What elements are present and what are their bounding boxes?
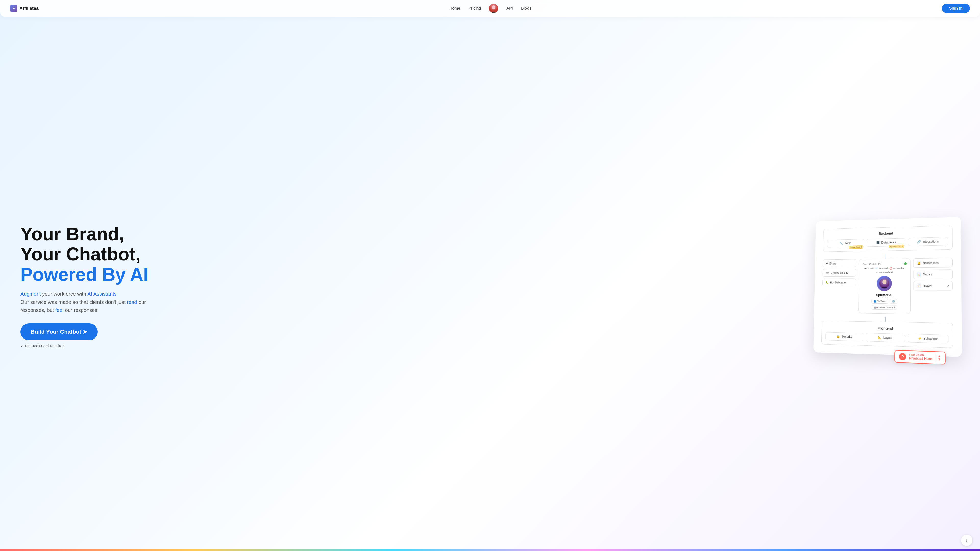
- metrics-label: Metrics: [923, 273, 932, 276]
- logo-label: Affiliates: [19, 6, 39, 11]
- tag-chatgpt: 🤖 ChatGPT 4 Omni: [872, 305, 897, 310]
- subtitle-read: read: [127, 299, 137, 305]
- nav-blogs[interactable]: Blogs: [521, 6, 531, 11]
- navbar: ✦ Affiliates Home Pricing: [0, 0, 980, 17]
- nav-api[interactable]: API: [506, 6, 513, 11]
- no-credit-text: No Credit Card Required: [25, 344, 64, 348]
- bot-status-bar: Query Cost 0 + [A]: [862, 262, 907, 265]
- debugger-icon: 🐛: [825, 281, 829, 284]
- databases-label: Databases: [881, 240, 896, 244]
- connector-line-bottom: [885, 317, 886, 322]
- hero-right: Backend 🔧 Tools Query Cost: 8 🗄️ Databas…: [169, 218, 959, 354]
- bot-flag-no-number: 🚫 No Number: [889, 267, 905, 269]
- frontend-label: Frontend: [826, 325, 948, 332]
- backend-label: Backend: [827, 230, 948, 237]
- subtitle-p2-suffix: our responses: [64, 307, 97, 313]
- title-line1: Your Brand,: [21, 224, 124, 244]
- databases-cost: Query Cost: 5: [889, 245, 904, 248]
- connector-line-top: [886, 254, 886, 259]
- left-actions: ↩ Share </> Embed on Site 🐛 Bot Debugger: [822, 259, 856, 286]
- frontend-security[interactable]: 🔒 Security: [825, 332, 863, 341]
- signin-button[interactable]: Sign In: [942, 3, 970, 13]
- status-dot-green: [904, 262, 907, 265]
- history-icon: 📋: [917, 283, 921, 288]
- no-number-icon: 🚫: [889, 267, 892, 270]
- bot-avatar: [877, 276, 892, 291]
- title-line3: Powered By AI: [21, 264, 148, 285]
- nav-logo[interactable]: ✦ Affiliates: [10, 5, 39, 12]
- no-email-icon: ✉️: [875, 267, 878, 270]
- tools-icon: 🔧: [840, 241, 843, 245]
- subtitle-ai-assistants: AI Assistants: [87, 291, 117, 297]
- nav-avatar[interactable]: [489, 4, 498, 13]
- nav-links: Home Pricing API Blogs: [449, 4, 531, 13]
- ph-arrow-icon: ▲: [938, 354, 940, 357]
- bot-flags: 👁 Public ✉️ No Email 🚫 No Number 🏷 No Wh…: [862, 267, 907, 274]
- debugger-button[interactable]: 🐛 Bot Debugger: [822, 278, 856, 286]
- tools-cost: Query Cost: 8: [849, 245, 863, 249]
- svg-point-1: [492, 5, 495, 10]
- notifications-label: Notifications: [923, 261, 939, 265]
- layout-icon: 📐: [878, 335, 882, 339]
- ph-name: Product Hunt: [909, 356, 932, 361]
- layout-label: Layout: [883, 336, 892, 340]
- embed-button[interactable]: </> Embed on Site: [822, 269, 856, 276]
- checkmark-icon: ✓: [21, 344, 24, 348]
- center-bot: Query Cost 0 + [A] 👁 Public ✉️ No Email …: [858, 259, 911, 314]
- integrations-label: Integrations: [922, 240, 939, 243]
- history-external-icon: ↗: [947, 284, 949, 287]
- nav-pricing[interactable]: Pricing: [468, 6, 481, 11]
- behaviour-icon: ⚡: [918, 337, 922, 340]
- bot-status-text: Query Cost 0 + [A]: [862, 262, 881, 265]
- ph-logo: P: [899, 353, 907, 360]
- frontend-layout[interactable]: 📐 Layout: [865, 333, 905, 342]
- no-credit-notice: ✓ No Credit Card Required: [21, 344, 169, 348]
- notifications-icon: 🔔: [917, 260, 921, 265]
- subtitle-feel: feel: [56, 307, 64, 313]
- history-item[interactable]: 📋 History ↗: [913, 281, 953, 290]
- share-button[interactable]: ↩ Share: [822, 259, 856, 267]
- subtitle-p2-prefix: Our service was made so that clients don…: [21, 299, 127, 305]
- no-whitelabel-icon: 🏷: [876, 271, 878, 274]
- tools-label: Tools: [845, 241, 852, 245]
- metrics-item[interactable]: 📊 Metrics: [913, 269, 953, 279]
- debugger-label: Bot Debugger: [830, 281, 846, 284]
- notifications-item[interactable]: 🔔 Notifications: [913, 258, 953, 268]
- share-icon: ↩: [826, 262, 828, 265]
- bot-flag-no-whitelabel: 🏷 No Whitelabel: [876, 271, 893, 274]
- bot-flag-no-email: ✉️ No Email: [875, 267, 888, 270]
- backend-tools[interactable]: 🔧 Tools Query Cost: 8: [827, 239, 864, 248]
- bottom-color-bar: [0, 549, 980, 551]
- bot-tags: 👥 No Team ⚙️ 🤖 ChatGPT 4 Omni: [862, 299, 907, 310]
- databases-icon: 🗄️: [876, 241, 880, 245]
- integrations-icon: 🔗: [917, 240, 921, 243]
- subtitle-augment: Augment: [21, 291, 41, 297]
- backend-section: Backend 🔧 Tools Query Cost: 8 🗄️ Databas…: [823, 225, 953, 251]
- backend-databases[interactable]: 🗄️ Databases Query Cost: 5: [867, 238, 905, 247]
- frontend-behaviour[interactable]: ⚡ Behaviour: [907, 334, 948, 343]
- security-label: Security: [842, 335, 852, 338]
- behaviour-label: Behaviour: [923, 337, 938, 341]
- nav-home[interactable]: Home: [449, 6, 460, 11]
- product-hunt-badge[interactable]: P FIND US ON Product Hunt ▲ 7: [894, 350, 945, 364]
- title-line2: Your Chatbot,: [21, 244, 141, 264]
- ph-text: FIND US ON Product Hunt: [909, 353, 932, 361]
- ph-count: ▲ 7: [935, 354, 941, 362]
- embed-icon: </>: [826, 271, 829, 274]
- hero-left: Your Brand, Your Chatbot, Powered By AI …: [21, 224, 169, 348]
- frontend-section: Frontend 🔒 Security 📐 Layout ⚡ Behaviour: [821, 321, 953, 348]
- scroll-indicator[interactable]: ↓: [961, 535, 972, 546]
- ph-number: 7: [938, 357, 940, 361]
- cta-button[interactable]: Build Your Chatbot ➤: [21, 324, 98, 340]
- backend-integrations[interactable]: 🔗 Integrations: [908, 237, 948, 246]
- frontend-items: 🔒 Security 📐 Layout ⚡ Behaviour: [825, 332, 948, 343]
- share-label: Share: [829, 262, 837, 265]
- tag-no-team: 👥 No Team: [871, 299, 888, 303]
- hero-section: Your Brand, Your Chatbot, Powered By AI …: [0, 17, 980, 550]
- right-notifications: 🔔 Notifications 📊 Metrics 📋 His: [913, 258, 953, 290]
- subtitle-p1-middle: your workforce with: [41, 291, 87, 297]
- hero-subtitle: Augment your workforce with AI Assistant…: [21, 290, 169, 314]
- scroll-icon: ↓: [966, 538, 968, 543]
- bot-flag-public: 👁 Public: [865, 267, 874, 270]
- diagram-card: Backend 🔧 Tools Query Cost: 8 🗄️ Databas…: [813, 217, 962, 357]
